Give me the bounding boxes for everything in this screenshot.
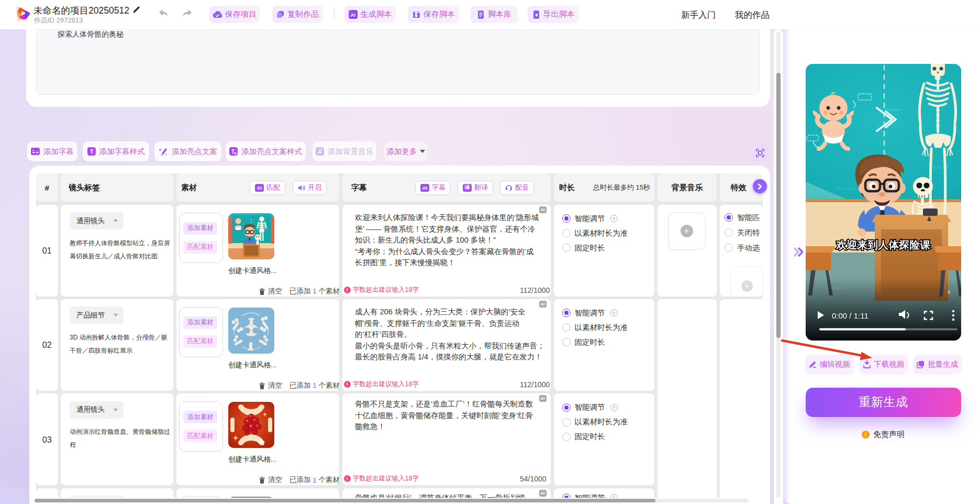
svg-text:moolv.com: moolv.com	[884, 108, 901, 112]
svg-text:欢迎来到人体探险课: 欢迎来到人体探险课	[836, 239, 931, 250]
svg-text:moolv.com: moolv.com	[837, 187, 854, 190]
svg-text:AI: AI	[350, 12, 355, 18]
svg-text:T: T	[231, 148, 235, 155]
svg-text:T: T	[90, 148, 93, 155]
svg-text:0:00 / 1:11: 0:00 / 1:11	[832, 311, 868, 320]
